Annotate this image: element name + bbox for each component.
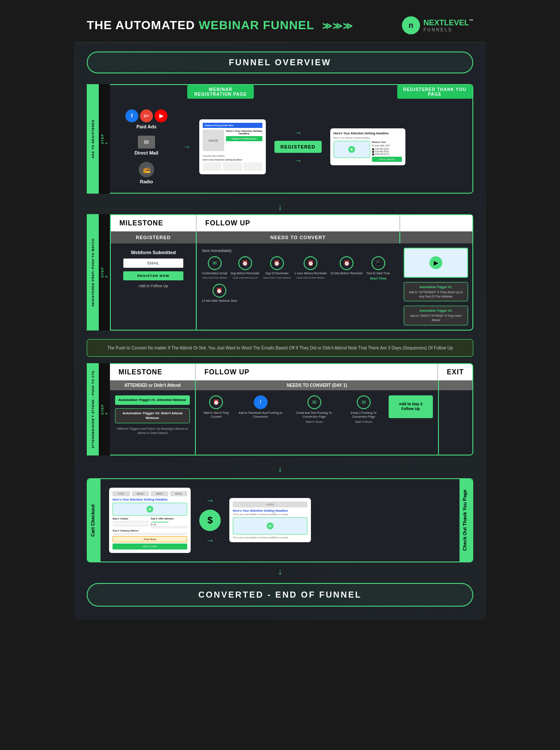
seq-fb-label: Add to Facebook Aud Pushing to Conversio… bbox=[236, 411, 286, 419]
mockup-image: IMAGE bbox=[203, 130, 224, 151]
radio-label: Radio bbox=[140, 179, 153, 184]
social-icons: f G+ ▶ bbox=[125, 109, 167, 122]
trigger1-btn: Automation Trigger #1: Attended Webinar bbox=[115, 395, 190, 405]
co-step1-title: Step 1: Contact bbox=[113, 517, 149, 520]
cart-section: Cart Checkout LOGO IMAGE IMAGE IMAGE Her… bbox=[87, 478, 473, 562]
logo-tm: ™ bbox=[469, 18, 473, 23]
page-container: THE AUTOMATED WEBINAR FUNNEL ≫≫≫ n NEXTL… bbox=[74, 9, 486, 619]
mockup-bottom-row bbox=[203, 162, 262, 171]
day-before-icon: ⏰ bbox=[238, 256, 252, 270]
trigger-desc: Different Triggers and Follow Up Message… bbox=[115, 427, 190, 435]
mf3-header: MILESTONE FOLLOW UP EXIT bbox=[110, 364, 472, 380]
radio-icon: 📻 bbox=[139, 162, 154, 177]
push-convert-text: The Push to Convert No matter If The Att… bbox=[107, 346, 453, 350]
email-item-1: ✉ Confirmation Email Hold Until Day Befo… bbox=[202, 256, 227, 279]
step3-word: STEP3 bbox=[100, 404, 108, 415]
seq-item-2: f Add to Facebook Aud Pushing to Convers… bbox=[236, 395, 286, 419]
mockup-top-row: IMAGE Here's Your Attention Getting Head… bbox=[203, 130, 262, 153]
mf-header: MILESTONE FOLLOW UP bbox=[111, 215, 472, 231]
mockup-register-btn[interactable]: Register for Webinar Now bbox=[226, 136, 262, 141]
step2-word: STEP2 bbox=[100, 267, 108, 278]
step2-content: MILESTONE FOLLOW UP REGISTERED NEEDS TO … bbox=[110, 214, 473, 331]
mf3-content: Automation Trigger #1: Attended Webinar … bbox=[110, 390, 472, 455]
youtube-icon: ▶ bbox=[155, 109, 167, 122]
day-of-label: Day Of Reminder bbox=[265, 271, 289, 275]
start-time: Start Time bbox=[370, 276, 387, 280]
ntc-col-header: NEEDS TO CONVERT bbox=[197, 231, 399, 243]
co-play-icon: ▶ bbox=[146, 506, 153, 513]
15min-after-label: 15 Min After Webinar Start bbox=[202, 299, 237, 303]
mail-icon: ✉ bbox=[138, 136, 155, 149]
register-btn-mock[interactable]: REGISTER NOW bbox=[123, 271, 183, 280]
ntc3-col-header: NEEDS TO CONVERT (DAY 1) bbox=[196, 380, 438, 390]
email-input-mock[interactable]: EMAIL bbox=[123, 258, 183, 268]
co-logo: LOGO bbox=[113, 491, 130, 496]
co-step2-title: Step 3: Offer Selection bbox=[151, 517, 187, 520]
cart-label: Cart Checkout bbox=[88, 479, 100, 562]
1hour-icon: ⏰ bbox=[304, 256, 317, 270]
webinar-date: 15 June 19th, 2017 bbox=[372, 144, 402, 147]
logo-part2: LEVEL bbox=[444, 18, 469, 27]
trigger2-btn: Automation Trigger #2: Didn't Attend Web… bbox=[115, 408, 190, 423]
cty-video: ▶ bbox=[233, 517, 307, 534]
radio-item: 📻 Radio bbox=[139, 162, 154, 184]
ty-video: ▶ bbox=[334, 141, 370, 158]
co-add-cart-btn[interactable]: ADD TO CART bbox=[113, 544, 187, 550]
webinar-video-mockup: ▶ bbox=[404, 248, 468, 278]
registered-flow: → REGISTERED → bbox=[274, 128, 322, 165]
right-arrow-dollar: → bbox=[206, 535, 214, 545]
section-arrow-2: ↓ bbox=[87, 464, 473, 474]
hold-until-2: Hold Until Morning Of bbox=[233, 276, 257, 279]
facebook-icon: f bbox=[125, 109, 138, 122]
text-label: Text At Start Time bbox=[366, 271, 390, 275]
email-item-2: ⏰ Day Before Reminder Hold Until Morning… bbox=[231, 256, 259, 279]
push-to-convert-msg: The Push to Convert No matter If The Att… bbox=[87, 339, 473, 357]
funnel-overview-label: FUNNEL OVERVIEW bbox=[229, 58, 332, 67]
cty-logo: LOGO bbox=[233, 501, 307, 507]
mockup-col1 bbox=[203, 162, 222, 171]
15min-label: 15 Min Before Reminder bbox=[330, 271, 363, 275]
ty-top-row: ▶ Webinar Time: 15 June 19th, 2017 ⬤ 4:0… bbox=[334, 141, 402, 162]
cty-sub: This is your sub-headline to increase cr… bbox=[233, 513, 307, 516]
mf-left: Webform Submitted EMAIL REGISTER NOW Add… bbox=[111, 243, 197, 330]
play-btn[interactable]: ▶ bbox=[429, 256, 442, 269]
mockup-headline: Here's Your Attention Getting Headline bbox=[226, 130, 262, 135]
logo-part1: NEXT bbox=[423, 18, 444, 27]
step1-side-text: ADs TO REGISTERED bbox=[91, 119, 94, 158]
confirmation-email-label: Confirmation Email bbox=[202, 271, 227, 275]
15min-icon: ⏰ bbox=[340, 256, 353, 270]
seq-item-3: ✉ Email and Text Pushing To Conversion P… bbox=[290, 395, 339, 423]
header-title-area: THE AUTOMATED WEBINAR FUNNEL ≫≫≫ bbox=[87, 18, 353, 32]
cty-play-icon: ▶ bbox=[267, 522, 274, 529]
text-icon: 📱 bbox=[371, 256, 385, 270]
co-image1: IMAGE bbox=[132, 491, 149, 496]
step1-container: ADs TO REGISTERED STEP1 WEBINAR REGISTRA… bbox=[87, 84, 473, 194]
mf-sub-header: REGISTERED NEEDS TO CONVERT bbox=[111, 231, 472, 243]
arrow-registered: → bbox=[294, 128, 302, 137]
sent-immediately: Sent Immediately bbox=[202, 249, 394, 253]
seq-item-1: ⏰ Wait to See If They Convert bbox=[201, 395, 231, 419]
co-address-input bbox=[113, 533, 187, 535]
co-order-bump: Order Bump bbox=[113, 536, 187, 542]
logo-text: NEXTLEVEL™ bbox=[423, 18, 473, 27]
mf3-exit-col bbox=[438, 390, 472, 455]
mockup-nav: Features Pricing Order Now bbox=[203, 123, 262, 128]
email-sequence: ✉ Confirmation Email Hold Until Day Befo… bbox=[202, 256, 394, 303]
at2-text: Add to "DIDN'T ATTEND" If They Don't Att… bbox=[408, 314, 464, 322]
seq-wait-icon: ⏰ bbox=[209, 395, 223, 409]
co-headline: Here's Your Attention Getting Headline bbox=[113, 498, 187, 501]
arrow-after-registered: → bbox=[294, 156, 302, 165]
traffic-sources: f G+ ▶ Paid Ads ✉ Direct Mail 📻 bbox=[119, 109, 174, 184]
signup-btn[interactable]: Click to Sign Up bbox=[372, 157, 402, 162]
at2-title: Automation Trigger #2: bbox=[408, 309, 464, 313]
at1-title: Automation Trigger #1: bbox=[408, 285, 464, 289]
co-video: ▶ bbox=[113, 503, 187, 516]
direct-mail-label: Direct Mail bbox=[134, 150, 158, 155]
mf-right: Sent Immediately ✉ Confirmation Email Ho… bbox=[197, 243, 399, 330]
1hour-label: 1 Hour Before Reminder bbox=[294, 271, 327, 275]
thankyou-mockup: Here's Your Attention Getting Headline H… bbox=[330, 128, 405, 165]
mf3-sub-header: ATTENDED or Didn't Attend NEEDS TO CONVE… bbox=[110, 380, 472, 390]
step1-labels-row: WEBINAR REGISTRATION PAGE REGISTERED THA… bbox=[110, 85, 472, 101]
email-item-3: ⏰ Day Of Reminder Hold Until 1 Hour Befo… bbox=[263, 256, 291, 279]
checkout-ty-label: Check Out Thank You Page bbox=[460, 479, 472, 562]
